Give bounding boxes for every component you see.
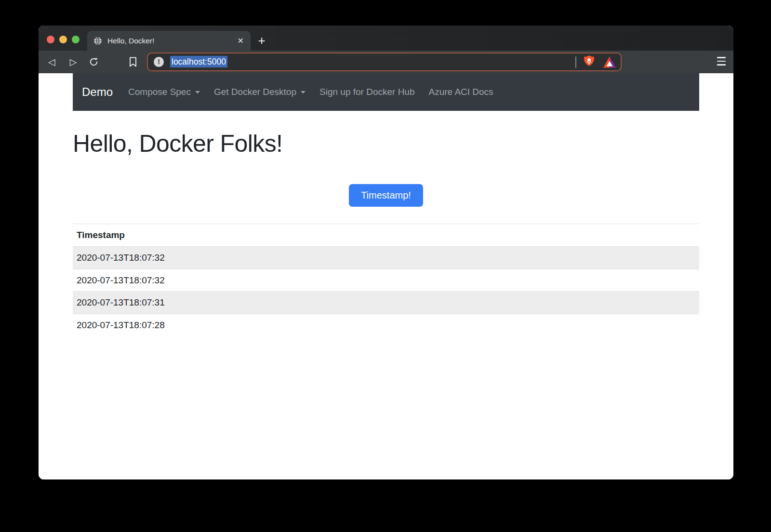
back-icon[interactable]: ◁: [45, 51, 58, 73]
table-row: 2020-07-13T18:07:32: [73, 269, 699, 292]
address-bar[interactable]: ! localhost:5000: [147, 53, 622, 71]
zoom-window-button[interactable]: [72, 36, 80, 43]
url-text[interactable]: localhost:5000: [170, 57, 227, 67]
caret-down-icon: [195, 91, 200, 93]
timestamp-cell: 2020-07-13T18:07:32: [73, 246, 699, 269]
nav-item-label: Azure ACI Docs: [429, 87, 493, 97]
page-title: Hello, Docker Folks!: [73, 129, 699, 158]
site-warning-icon[interactable]: !: [154, 57, 164, 67]
brave-shield-icon[interactable]: [583, 55, 596, 69]
bat-rewards-icon[interactable]: [603, 56, 616, 68]
table-header-row: Timestamp: [73, 224, 699, 247]
browser-window: Hello, Docker! ✕ + ◁ ▷ ! localhost:5000: [39, 26, 733, 479]
close-tab-icon[interactable]: ✕: [237, 36, 245, 45]
page-container: Demo Compose Spec Get Docker Desktop Sig…: [73, 73, 699, 336]
globe-icon: [93, 36, 103, 46]
new-tab-button[interactable]: +: [252, 31, 271, 51]
nav-item-sign-up-docker-hub[interactable]: Sign up for Docker Hub: [319, 87, 415, 97]
nav-item-label: Compose Spec: [128, 87, 191, 97]
page-viewport: Demo Compose Spec Get Docker Desktop Sig…: [39, 73, 733, 479]
table-row: 2020-07-13T18:07:28: [73, 314, 699, 336]
title-bar: Hello, Docker! ✕ +: [39, 26, 733, 51]
reload-icon[interactable]: [87, 51, 100, 73]
timestamp-table: Timestamp 2020-07-13T18:07:32 2020-07-13…: [73, 224, 699, 336]
browser-tab[interactable]: Hello, Docker! ✕: [87, 31, 251, 51]
timestamp-table-wrap: Timestamp 2020-07-13T18:07:32 2020-07-13…: [73, 224, 699, 336]
nav-item-azure-aci-docs[interactable]: Azure ACI Docs: [429, 87, 493, 97]
address-bar-divider: [575, 56, 576, 68]
timestamp-cell: 2020-07-13T18:07:28: [73, 314, 699, 336]
nav-item-label: Sign up for Docker Hub: [319, 87, 415, 97]
table-row: 2020-07-13T18:07:31: [73, 292, 699, 314]
table-header-timestamp: Timestamp: [73, 224, 699, 247]
traffic-lights: [47, 36, 80, 43]
url-selected-text: localhost:5000: [170, 56, 227, 67]
timestamp-cell: 2020-07-13T18:07:31: [73, 292, 699, 314]
tab-title: Hello, Docker!: [107, 37, 237, 45]
forward-icon[interactable]: ▷: [67, 51, 80, 73]
nav-item-compose-spec[interactable]: Compose Spec: [128, 87, 200, 97]
bookmark-icon[interactable]: [127, 51, 139, 73]
button-row: Timestamp!: [73, 184, 699, 207]
nav-item-label: Get Docker Desktop: [214, 87, 296, 97]
minimize-window-button[interactable]: [59, 36, 67, 43]
site-navbar: Demo Compose Spec Get Docker Desktop Sig…: [73, 73, 699, 111]
table-row: 2020-07-13T18:07:32: [73, 246, 699, 269]
navbar-brand[interactable]: Demo: [82, 85, 113, 99]
menu-icon[interactable]: [717, 57, 726, 66]
browser-toolbar: ◁ ▷ ! localhost:5000: [39, 51, 733, 73]
timestamp-button[interactable]: Timestamp!: [349, 184, 423, 207]
nav-item-get-docker-desktop[interactable]: Get Docker Desktop: [214, 87, 306, 97]
caret-down-icon: [301, 91, 306, 93]
timestamp-cell: 2020-07-13T18:07:32: [73, 269, 699, 292]
close-window-button[interactable]: [47, 36, 54, 43]
